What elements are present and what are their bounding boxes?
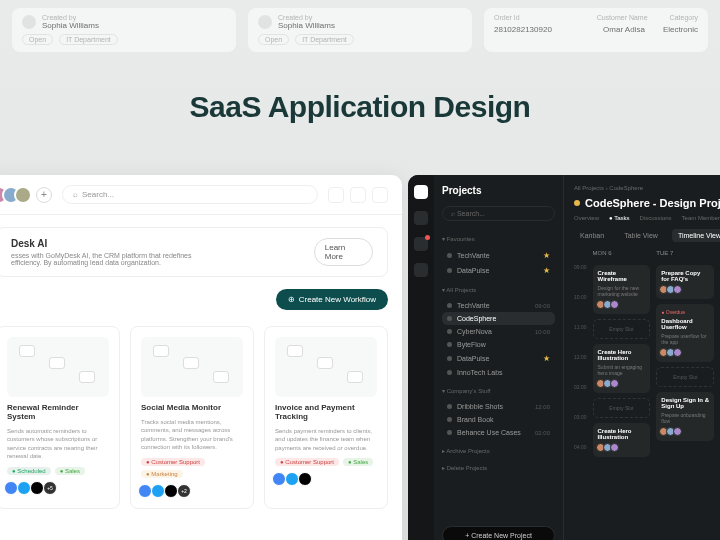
tag: ● Customer Support — [275, 458, 339, 466]
time-label: 04:00 — [574, 444, 587, 470]
section-favourites: ▾ Favourites — [442, 235, 555, 242]
dark-main: All Projects › CodeSphere CodeSphere - D… — [564, 175, 720, 540]
task-card[interactable]: Create WireframeDesign for the new marke… — [593, 265, 651, 314]
home-icon[interactable] — [414, 211, 428, 225]
day-header: MON 6 — [593, 250, 651, 256]
grid-icon[interactable] — [328, 187, 344, 203]
light-header: + ⌕Search... — [0, 175, 402, 215]
card-integrations: +2 — [141, 484, 243, 498]
empty-slot[interactable]: Empty Slot — [593, 398, 651, 418]
sidebar-item[interactable]: Behance Use Cases02:00 — [442, 426, 555, 439]
card-integrations: +5 — [7, 481, 109, 495]
project-title: CodeSphere - Design Project — [574, 197, 720, 209]
star-icon: ★ — [543, 354, 550, 363]
background-cards: Created bySophia Williams OpenIT Departm… — [0, 0, 720, 60]
plus-icon: ⊕ — [288, 295, 295, 304]
header-avatars — [0, 186, 32, 204]
page-title: SaaS Application Design — [0, 90, 720, 124]
time-label: 09:00 — [574, 264, 587, 290]
time-label: 02:00 — [574, 384, 587, 410]
sidebar-item[interactable]: TechVante09:00 — [442, 299, 555, 312]
tab[interactable]: Discussions — [640, 215, 672, 221]
card-title: Invoice and Payment Tracking — [275, 403, 377, 421]
folder-icon[interactable] — [414, 237, 428, 251]
star-icon: ★ — [543, 266, 550, 275]
tag: ● Sales — [343, 458, 373, 466]
time-label: 03:00 — [574, 414, 587, 440]
sidebar-item[interactable]: InnoTech Labs — [442, 366, 555, 379]
tab[interactable]: Overview — [574, 215, 599, 221]
view-option[interactable]: Table View — [618, 229, 664, 242]
card-desc: Sends payment reminders to clients, and … — [275, 427, 377, 452]
time-label: 10:00 — [574, 294, 587, 320]
sidebar-search[interactable]: ⌕ Search... — [442, 206, 555, 221]
sidebar-item[interactable]: ByteFlow — [442, 338, 555, 351]
dark-sidebar: Projects ⌕ Search... ▾ Favourites TechVa… — [434, 175, 564, 540]
tag: ● Sales — [55, 467, 85, 475]
empty-slot[interactable]: Empty Slot — [656, 367, 714, 387]
card-title: Renewal Reminder System — [7, 403, 109, 421]
workflow-card[interactable]: Renewal Reminder SystemSends automatic r… — [0, 326, 120, 509]
card-desc: Tracks social media mentions, comments, … — [141, 418, 243, 452]
section-company: ▾ Company's Stuff — [442, 387, 555, 394]
section-delete[interactable]: ▸ Delete Projects — [442, 464, 555, 471]
card-title: Social Media Monitor — [141, 403, 243, 412]
sidebar-item[interactable]: Dribbble Shots12:00 — [442, 400, 555, 413]
bg-card: Created bySophia Williams OpenIT Departm… — [12, 8, 236, 52]
workflow-card[interactable]: Social Media MonitorTracks social media … — [130, 326, 254, 509]
task-card[interactable]: ● OverdueDashboard UserflowPrepare userf… — [656, 304, 714, 362]
bell-icon[interactable] — [372, 187, 388, 203]
tag: ● Customer Support — [141, 458, 205, 466]
time-label: 11:00 — [574, 324, 587, 350]
list-icon[interactable] — [350, 187, 366, 203]
nav-rail — [408, 175, 434, 540]
sidebar-item[interactable]: CyberNova10:00 — [442, 325, 555, 338]
section-archive[interactable]: ▸ Archive Projects — [442, 447, 555, 454]
view-switcher: KanbanTable ViewTimeline View — [574, 229, 720, 242]
sidebar-item[interactable]: DataPulse★ — [442, 351, 555, 366]
workflow-grid: Renewal Reminder SystemSends automatic r… — [0, 320, 402, 515]
section-all: ▾ All Projects — [442, 286, 555, 293]
add-member-button[interactable]: + — [36, 187, 52, 203]
sidebar-item[interactable]: CodeSphere — [442, 312, 555, 325]
tag: ● Scheduled — [7, 467, 51, 475]
tab[interactable]: ● Tasks — [609, 215, 630, 221]
app-dark: Projects ⌕ Search... ▾ Favourites TechVa… — [408, 175, 720, 540]
timeline: 09:0010:0011:0012:0002:0003:0004:00 MON … — [574, 250, 720, 470]
search-icon: ⌕ — [73, 190, 78, 199]
sidebar-item[interactable]: TechVante★ — [442, 248, 555, 263]
project-tabs: Overview● TasksDiscussionsTeam Members — [574, 215, 720, 221]
search-input[interactable]: ⌕Search... — [62, 185, 318, 204]
bg-card: Created bySophia Williams OpenIT Departm… — [248, 8, 472, 52]
banner-text: esses with GoMyDesk AI, the CRM platform… — [11, 252, 208, 266]
sidebar-title: Projects — [442, 185, 555, 196]
bg-card-order: Order IdCustomer NameCategory 2810282130… — [484, 8, 708, 52]
banner-title: Desk AI — [11, 238, 314, 249]
view-option[interactable]: Kanban — [574, 229, 610, 242]
task-card[interactable]: Create Hero Illustration — [593, 423, 651, 457]
logo-icon[interactable] — [414, 185, 428, 199]
create-workflow-button[interactable]: ⊕Create New Workflow — [276, 289, 388, 310]
calendar-icon[interactable] — [414, 263, 428, 277]
learn-more-button[interactable]: Learn More — [314, 238, 373, 266]
task-card[interactable]: Create Hero IllustrationSubmit an engagi… — [593, 344, 651, 393]
app-light: + ⌕Search... Desk AI esses with GoMyDesk… — [0, 175, 402, 540]
new-project-button[interactable]: + Create New Project — [442, 526, 555, 540]
workflow-card[interactable]: Invoice and Payment TrackingSends paymen… — [264, 326, 388, 509]
card-integrations — [275, 472, 377, 486]
star-icon: ★ — [543, 251, 550, 260]
view-option[interactable]: Timeline View — [672, 229, 720, 242]
time-label: 12:00 — [574, 354, 587, 380]
empty-slot[interactable]: Empty Slot — [593, 319, 651, 339]
task-card[interactable]: Prepare Copy for FAQ's — [656, 265, 714, 299]
ai-banner: Desk AI esses with GoMyDesk AI, the CRM … — [0, 227, 388, 277]
tab[interactable]: Team Members — [682, 215, 720, 221]
task-card[interactable]: Design Sign In & Sign UpPrepare onboardi… — [656, 392, 714, 441]
breadcrumb: All Projects › CodeSphere — [574, 185, 720, 191]
sidebar-item[interactable]: DataPulse★ — [442, 263, 555, 278]
sidebar-item[interactable]: Brand Book — [442, 413, 555, 426]
tag: ● Marketing — [141, 470, 183, 478]
day-header: TUE 7 — [656, 250, 714, 256]
card-desc: Sends automatic reminders to customers w… — [7, 427, 109, 461]
